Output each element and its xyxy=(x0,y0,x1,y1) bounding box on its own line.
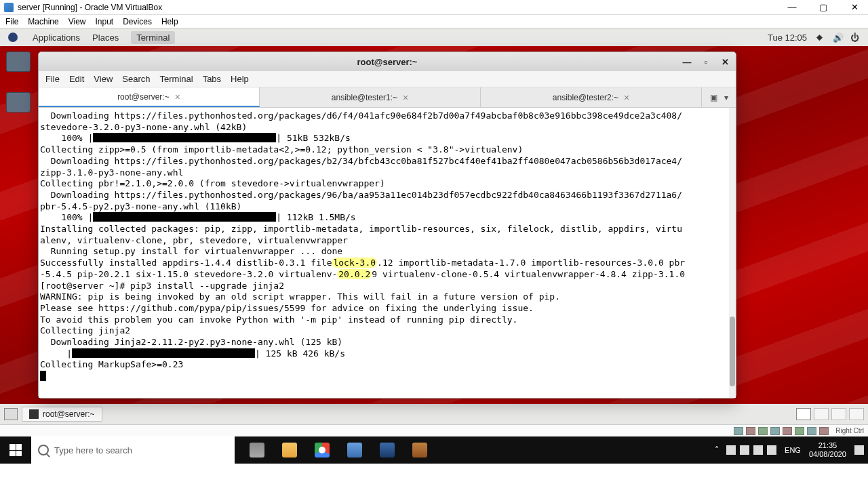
new-tab-icon[interactable]: ▣ xyxy=(710,93,717,102)
virtualbox-taskbar-icon xyxy=(380,443,395,458)
term-menu-view[interactable]: View xyxy=(94,74,113,84)
terminal-cursor xyxy=(40,371,46,381)
menu-help[interactable]: Help xyxy=(161,17,178,26)
terminal-scrollbar-thumb[interactable] xyxy=(730,317,735,386)
terminal-scrollbar[interactable] xyxy=(729,108,736,398)
tray-language[interactable]: ENG xyxy=(781,436,805,464)
terminal-titlebar[interactable]: root@server:~ — ▫ ✕ xyxy=(39,52,736,71)
vb-cd-icon[interactable] xyxy=(746,427,755,435)
search-box[interactable]: Type here to search xyxy=(31,436,235,464)
terminal-tab-2[interactable]: ansible@tester1:~ × xyxy=(260,87,481,107)
terminal-close-button[interactable]: ✕ xyxy=(718,57,732,67)
term-menu-file[interactable]: File xyxy=(45,74,60,84)
vb-record-icon[interactable] xyxy=(807,427,816,435)
tray-volume-icon[interactable] xyxy=(767,445,776,455)
desktop-icon-home[interactable] xyxy=(4,52,33,72)
desktop-icon-trash[interactable] xyxy=(4,92,33,113)
vb-shared-icon[interactable] xyxy=(783,427,792,435)
app-button-2[interactable] xyxy=(404,436,435,464)
gnome-menu-terminal[interactable]: Terminal xyxy=(131,31,175,44)
term-menu-edit[interactable]: Edit xyxy=(69,74,84,84)
vb-display-icon[interactable] xyxy=(795,427,804,435)
tray-icon-1[interactable] xyxy=(726,445,736,455)
tray-wifi-icon[interactable] xyxy=(753,445,763,455)
guest-screen: Applications Places Terminal Tue 12:05 ⯁… xyxy=(0,28,868,424)
terminal-minimize-button[interactable]: — xyxy=(680,57,694,67)
vb-mouse-icon[interactable] xyxy=(819,427,829,435)
app-button-1[interactable] xyxy=(339,436,370,464)
workspace-3[interactable] xyxy=(831,408,846,420)
vb-net-icon[interactable] xyxy=(758,427,768,435)
term-menu-terminal[interactable]: Terminal xyxy=(160,74,193,84)
task-view-button[interactable] xyxy=(241,436,273,464)
workspace-4[interactable] xyxy=(849,408,864,420)
term-menu-help[interactable]: Help xyxy=(231,74,249,84)
menu-file[interactable]: File xyxy=(5,17,18,26)
app-icon-1 xyxy=(347,443,362,458)
menu-view[interactable]: View xyxy=(68,17,86,26)
terminal-tab-3[interactable]: ansible@tester2:~ × xyxy=(481,87,702,107)
desktop-icons xyxy=(4,52,33,113)
terminal-menubar: File Edit View Search Terminal Tabs Help xyxy=(39,71,736,87)
menu-input[interactable]: Input xyxy=(96,17,114,26)
chrome-button[interactable] xyxy=(307,436,338,464)
virtualbox-status-bar: Right Ctrl xyxy=(0,424,868,436)
minimize-button[interactable]: — xyxy=(783,2,802,12)
virtualbox-taskbar-button[interactable] xyxy=(372,436,403,464)
distro-icon[interactable] xyxy=(8,33,18,42)
tray-clock[interactable]: 21:35 04/08/2020 xyxy=(805,436,850,464)
power-icon[interactable]: ⏻ xyxy=(850,33,860,42)
tray-icon-2[interactable] xyxy=(740,445,749,455)
highlight-2: 20.0.2 xyxy=(337,269,372,279)
system-tray: ˄ ENG 21:35 04/08/2020 xyxy=(711,436,868,464)
app-icon-2 xyxy=(412,443,427,458)
notifications-icon xyxy=(854,445,864,455)
volume-icon[interactable]: 🔊 xyxy=(833,33,842,42)
network-icon[interactable]: ⯁ xyxy=(815,33,825,42)
workspace-1[interactable] xyxy=(796,408,811,420)
terminal-body[interactable]: Downloading https://files.pythonhosted.o… xyxy=(39,108,736,398)
terminal-maximize-button[interactable]: ▫ xyxy=(699,57,713,67)
terminal-title: root@server:~ xyxy=(357,57,418,67)
gnome-menu-places[interactable]: Places xyxy=(92,33,119,43)
tray-overflow-icon[interactable]: ˄ xyxy=(711,445,722,455)
gnome-bottom-panel: root@server:~ xyxy=(0,404,868,424)
virtualbox-title: server [Running] - Oracle VM VirtualBox xyxy=(18,3,162,12)
terminal-window: root@server:~ — ▫ ✕ File Edit View Searc… xyxy=(38,52,736,399)
virtualbox-window-controls: — ▢ ✕ xyxy=(783,2,864,12)
terminal-tab-3-label: ansible@tester2:~ xyxy=(553,93,618,102)
workspace-2[interactable] xyxy=(814,408,829,420)
file-explorer-button[interactable] xyxy=(274,436,305,464)
menu-machine[interactable]: Machine xyxy=(28,17,58,26)
windows-taskbar: Type here to search ˄ ENG 21:35 04/08/20… xyxy=(0,436,868,464)
vb-hdd-icon[interactable] xyxy=(734,427,743,435)
workspace-switcher-icon[interactable] xyxy=(4,408,18,420)
term-menu-tabs[interactable]: Tabs xyxy=(203,74,221,84)
task-view-icon xyxy=(250,443,264,458)
vb-usb-icon[interactable] xyxy=(770,427,780,435)
start-button[interactable] xyxy=(0,436,31,464)
taskbar-item-terminal[interactable]: root@server:~ xyxy=(22,407,102,422)
taskbar-item-label: root@server:~ xyxy=(43,409,95,419)
term-menu-search[interactable]: Search xyxy=(122,74,150,84)
maximize-button[interactable]: ▢ xyxy=(814,2,833,12)
virtualbox-titlebar: server [Running] - Oracle VM VirtualBox … xyxy=(0,0,868,15)
gnome-top-bar: Applications Places Terminal Tue 12:05 ⯁… xyxy=(0,28,868,46)
gnome-clock[interactable]: Tue 12:05 xyxy=(768,33,807,43)
windows-logo-icon xyxy=(9,444,22,456)
progress-bar-3 xyxy=(72,348,255,358)
progress-bar-1 xyxy=(93,133,276,142)
terminal-tab-3-close-icon[interactable]: × xyxy=(624,92,629,103)
workspace-pager xyxy=(796,408,864,420)
terminal-tab-2-close-icon[interactable]: × xyxy=(403,92,408,103)
menu-devices[interactable]: Devices xyxy=(123,17,152,26)
virtualbox-menubar: File Machine View Input Devices Help xyxy=(0,15,868,28)
close-button[interactable]: ✕ xyxy=(845,2,864,12)
tab-menu-icon[interactable]: ▾ xyxy=(724,93,728,102)
terminal-tab-1-close-icon[interactable]: × xyxy=(175,92,180,102)
terminal-tab-1[interactable]: root@server:~ × xyxy=(39,87,260,107)
chrome-icon xyxy=(315,443,330,458)
terminal-tab-2-label: ansible@tester1:~ xyxy=(332,93,397,102)
notifications-button[interactable] xyxy=(850,436,868,464)
gnome-menu-applications[interactable]: Applications xyxy=(33,33,80,43)
